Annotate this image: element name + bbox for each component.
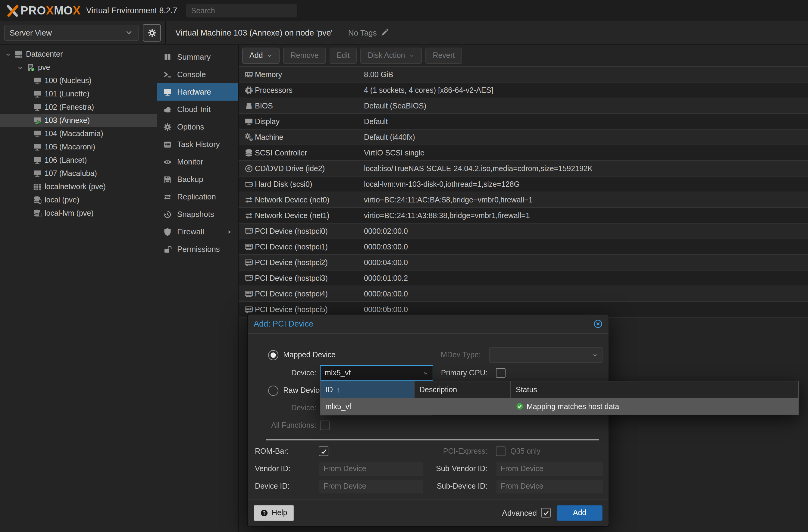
primary-gpu-checkbox[interactable] xyxy=(496,368,506,378)
search-input[interactable] xyxy=(186,3,298,18)
hardware-row-label: PCI Device (hostpci1) xyxy=(255,242,328,251)
menu-item[interactable]: Summary xyxy=(157,48,238,66)
all-functions-label: All Functions: xyxy=(247,421,320,429)
advanced-toggle[interactable]: Advanced xyxy=(502,508,551,517)
tree-item[interactable]: 100 (Nucleus) xyxy=(0,74,157,87)
radio-selected[interactable] xyxy=(268,350,278,360)
edit-tags-button[interactable]: No Tags xyxy=(348,28,389,37)
tree-item[interactable]: 107 (Macaluba) xyxy=(0,167,157,180)
page-title: Virtual Machine 103 (Annexe) on node 'pv… xyxy=(175,28,333,37)
history-icon xyxy=(163,210,172,218)
tree-item-label: 100 (Nucleus) xyxy=(44,76,92,85)
tree-item[interactable]: 105 (Macaroni) xyxy=(0,140,157,154)
menu-item[interactable]: Hardware xyxy=(157,83,238,100)
dropdown-col-status[interactable]: Status xyxy=(511,381,798,398)
hardware-row[interactable]: CD/DVD Drive (ide2) local:iso/TrueNAS-SC… xyxy=(239,161,808,177)
tree-item-label: 106 (Lancet) xyxy=(44,156,87,164)
menu-item[interactable]: Permissions xyxy=(157,240,238,258)
hardware-row[interactable]: BIOS Default (SeaBIOS) xyxy=(239,98,808,114)
dialog-header[interactable]: Add: PCI Device xyxy=(247,314,609,334)
pci-icon xyxy=(243,242,255,251)
menu-item-label: Hardware xyxy=(177,87,211,96)
hardware-row[interactable]: Processors 4 (1 sockets, 4 cores) [x86-6… xyxy=(239,82,808,98)
hardware-row-value: 8.00 GiB xyxy=(364,70,393,79)
hardware-row-label: SCSI Controller xyxy=(255,148,307,157)
close-icon[interactable] xyxy=(593,319,603,328)
tree-item[interactable]: 104 (Macadamia) xyxy=(0,127,157,140)
hardware-row-value: VirtIO SCSI single xyxy=(364,148,424,157)
toolbar-button[interactable]: Disk Action xyxy=(361,47,422,63)
menu-item[interactable]: Console xyxy=(157,66,238,83)
hardware-row-value: 0000:03:00.0 xyxy=(364,242,408,251)
tree-item[interactable]: local-lvm (pve) xyxy=(0,207,157,220)
sub-vendor-id-field[interactable] xyxy=(496,461,604,476)
expand-caret-icon[interactable] xyxy=(17,64,23,71)
hardware-row[interactable]: PCI Device (hostpci3) 0000:01:00.2 xyxy=(239,271,808,286)
menu-item[interactable]: Cloud-Init xyxy=(157,100,238,118)
sub-vendor-id-label: Sub-Vendor ID: xyxy=(422,464,496,473)
toolbar-button[interactable]: Edit xyxy=(330,47,357,63)
vm-icon xyxy=(243,117,255,126)
hardware-row[interactable]: Hard Disk (scsi0) local-lvm:vm-103-disk-… xyxy=(239,177,808,192)
hardware-row-value: 4 (1 sockets, 4 cores) [x86-64-v2-AES] xyxy=(364,86,493,94)
hardware-row[interactable]: PCI Device (hostpci1) 0000:03:00.0 xyxy=(239,239,808,255)
toolbar-button[interactable]: Add xyxy=(242,47,280,63)
vendor-id-field[interactable] xyxy=(319,461,424,476)
hardware-row[interactable]: PCI Device (hostpci0) 0000:02:00.0 xyxy=(239,223,808,239)
tree-item[interactable]: 101 (Lunette) xyxy=(0,87,157,100)
hardware-row-value: 0000:04:00.0 xyxy=(364,258,408,267)
bios-icon xyxy=(243,102,255,110)
hardware-row[interactable]: Network Device (net0) virtio=BC:24:11:AC… xyxy=(239,192,808,208)
device-combo[interactable]: mlx5_vf xyxy=(320,365,433,381)
help-button[interactable]: ? Help xyxy=(254,505,294,521)
sub-device-id-field[interactable] xyxy=(496,479,604,494)
toolbar-button[interactable]: Remove xyxy=(283,47,326,63)
machine-icon xyxy=(243,133,255,141)
hardware-row[interactable]: Machine Default (i440fx) xyxy=(239,130,808,145)
hardware-row[interactable]: PCI Device (hostpci2) 0000:04:00.0 xyxy=(239,255,808,271)
mapped-device-radio[interactable]: Mapped Device xyxy=(247,350,336,360)
menu-item[interactable]: Snapshots xyxy=(157,205,238,223)
menu-item[interactable]: Options xyxy=(157,118,238,135)
menu-item-label: Firewall xyxy=(177,227,204,236)
device-id-field[interactable] xyxy=(319,479,424,494)
hardware-row-value: Default (i440fx) xyxy=(364,133,415,141)
tree-item[interactable]: 103 (Annexe) xyxy=(0,114,157,127)
advanced-checkbox[interactable] xyxy=(541,508,551,517)
tree-item[interactable]: 106 (Lancet) xyxy=(0,154,157,167)
menu-item[interactable]: Task History xyxy=(157,135,238,153)
tasklist-icon xyxy=(163,140,172,148)
raw-device-radio[interactable]: Raw Device xyxy=(247,385,323,396)
dropdown-header: ID ↑ Description Status xyxy=(320,381,798,398)
menu-item[interactable]: Firewall xyxy=(157,223,238,240)
tree-item[interactable]: 102 (Fenestra) xyxy=(0,100,157,114)
tree-item[interactable]: pve xyxy=(0,61,157,74)
dropdown-col-id[interactable]: ID ↑ xyxy=(320,381,415,398)
toolbar-button[interactable]: Revert xyxy=(425,47,462,63)
hardware-row[interactable]: Memory 8.00 GiB xyxy=(239,67,808,82)
menu-item[interactable]: Replication xyxy=(157,188,238,205)
rom-bar-checkbox[interactable] xyxy=(319,446,328,456)
vm-icon xyxy=(33,156,41,164)
hardware-row-label: Memory xyxy=(255,70,282,79)
storage-lvm-icon xyxy=(33,209,41,218)
tree-item[interactable]: local (pve) xyxy=(0,194,157,207)
hardware-row[interactable]: SCSI Controller VirtIO SCSI single xyxy=(239,145,808,161)
hardware-row[interactable]: Network Device (net1) virtio=BC:24:11:A3… xyxy=(239,208,808,223)
toolbar-button-label: Edit xyxy=(337,51,350,60)
hardware-row[interactable]: Display Default xyxy=(239,114,808,130)
tree-item[interactable]: localnetwork (pve) xyxy=(0,180,157,194)
server-view-select[interactable]: Server View xyxy=(4,24,139,41)
expand-caret-icon[interactable] xyxy=(5,51,12,57)
device-label: Device: xyxy=(247,369,320,377)
menu-item[interactable]: Monitor xyxy=(157,153,238,170)
menu-item[interactable]: Backup xyxy=(157,170,238,188)
radio-unselected[interactable] xyxy=(268,385,278,396)
add-submit-button[interactable]: Add xyxy=(557,505,603,521)
tree-settings-button[interactable] xyxy=(143,24,161,41)
dropdown-col-description[interactable]: Description xyxy=(415,381,511,398)
hardware-row[interactable]: PCI Device (hostpci4) 0000:0a:00.0 xyxy=(239,286,808,302)
question-icon: ? xyxy=(260,509,268,517)
tree-item[interactable]: Datacenter xyxy=(0,48,157,61)
dropdown-row-mlx5-vf[interactable]: mlx5_vf Mapping matches host data xyxy=(320,398,798,415)
